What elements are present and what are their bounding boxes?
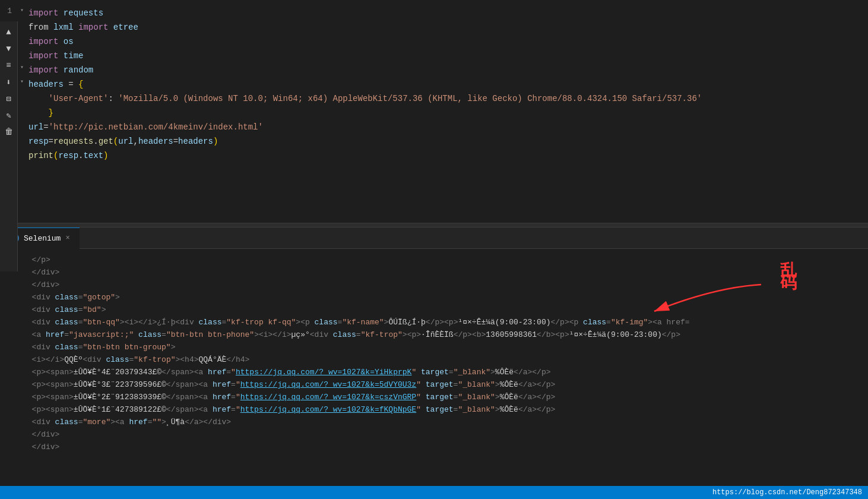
- code-line-7: 7 'User-Agent': 'Mozilla/5.0 (Windows NT…: [0, 91, 868, 106]
- output-line-4: <div class="gotop">: [23, 291, 863, 304]
- output-line-11: <p><span>±ÛÖ¥È°3£¨223739596£©</span><a h…: [23, 378, 863, 391]
- terminal-sidebar: ▲ ▼ ≡ ⬇ ⊟ ✎ 🗑: [0, 249, 18, 271]
- code-line-5: 5 ▾ import random: [0, 63, 868, 77]
- terminal-section: 🐍 Selenium × ▲ ▼ ≡ ⬇ ⊟ ✎ 🗑 </p> </div>: [0, 228, 868, 499]
- code-line-6: 6 ▾ headers = {: [0, 77, 868, 91]
- output-line-8: <div class="btn-btn btn-group">: [23, 341, 863, 353]
- output-line-2: </div>: [23, 266, 863, 279]
- code-line-4: 4 import time: [0, 49, 868, 63]
- fold-arrow-5[interactable]: ▾: [18, 64, 26, 71]
- code-line-10: 10 resp=requests.get(url,headers=headers…: [0, 134, 868, 149]
- status-url: https://blog.csdn.net/Deng872347348: [712, 488, 862, 497]
- code-line-3: 3 import os: [0, 34, 868, 49]
- fold-arrow-6[interactable]: ▾: [18, 78, 26, 85]
- output-line-9: <i></i>QQÈº<div class="kf-trop"><h4>QQÁ°…: [23, 353, 863, 366]
- terminal-tab-bar: 🐍 Selenium ×: [0, 228, 868, 249]
- line-content-10: resp=requests.get(url,headers=headers): [26, 135, 868, 148]
- line-content-11: print(resp.text): [26, 149, 868, 162]
- fold-arrow-1[interactable]: ▾: [18, 7, 26, 14]
- code-line-2: 2 from lxml import etree: [0, 20, 868, 34]
- line-content-4: import time: [26, 49, 868, 62]
- pane-divider: [0, 223, 868, 228]
- code-line-1: 1 ▾ import requests: [0, 6, 868, 20]
- output-line-5: <div class="bd">: [23, 304, 863, 316]
- code-line-11: 11 print(resp.text): [0, 149, 868, 163]
- line-content-6: headers = {: [26, 78, 868, 91]
- line-content-2: from lxml import etree: [26, 21, 868, 34]
- terminal-tab-label: Selenium: [24, 234, 61, 243]
- output-line-16: </div>: [23, 441, 863, 453]
- line-content-8: }: [26, 106, 868, 119]
- code-line-8: 8 }: [0, 106, 868, 120]
- output-line-10: <p><span>±ÛÖ¥È°4£¨20379343£©</span><a hr…: [23, 366, 863, 378]
- line-content-9: url='http://pic.netbian.com/4kmeinv/inde…: [26, 121, 868, 134]
- output-line-14: <div class="more"><a href="">¸Ü¶à</a></d…: [23, 416, 863, 428]
- code-editor: 1 ▾ import requests 2 from lxml import e…: [0, 0, 868, 223]
- output-line-13: <p><span>±ÛÖ¥È°1£¨427389122£©</span><a h…: [23, 403, 863, 416]
- line-number-1: 1: [0, 7, 18, 15]
- line-content-3: import os: [26, 35, 868, 48]
- output-line-15: </div>: [23, 428, 863, 441]
- status-bar: https://blog.csdn.net/Deng872347348: [0, 486, 868, 499]
- code-line-9: 9 url='http://pic.netbian.com/4kmeinv/in…: [0, 120, 868, 134]
- output-line-7: <a href="javascript:;" class="btn-btn bt…: [23, 329, 863, 341]
- output-line-1: </p>: [23, 254, 863, 266]
- line-content-7: 'User-Agent': 'Mozilla/5.0 (Windows NT 1…: [26, 92, 868, 105]
- output-line-3: </div>: [23, 279, 863, 291]
- line-content-1: import requests: [26, 7, 868, 20]
- line-content-5: import random: [26, 64, 868, 77]
- output-line-12: <p><span>±ÛÖ¥È°2£¨912383939£©</span><a h…: [23, 391, 863, 403]
- output-line-6: <div class="btn-qq"><i></i>¿Í·þ<div clas…: [23, 316, 863, 329]
- terminal-tab-close[interactable]: ×: [65, 234, 69, 242]
- terminal-body: ▲ ▼ ≡ ⬇ ⊟ ✎ 🗑 </p> </div> </div> <div cl…: [0, 249, 868, 499]
- terminal-output: </p> </div> </div> <div class="gotop"> <…: [0, 249, 868, 499]
